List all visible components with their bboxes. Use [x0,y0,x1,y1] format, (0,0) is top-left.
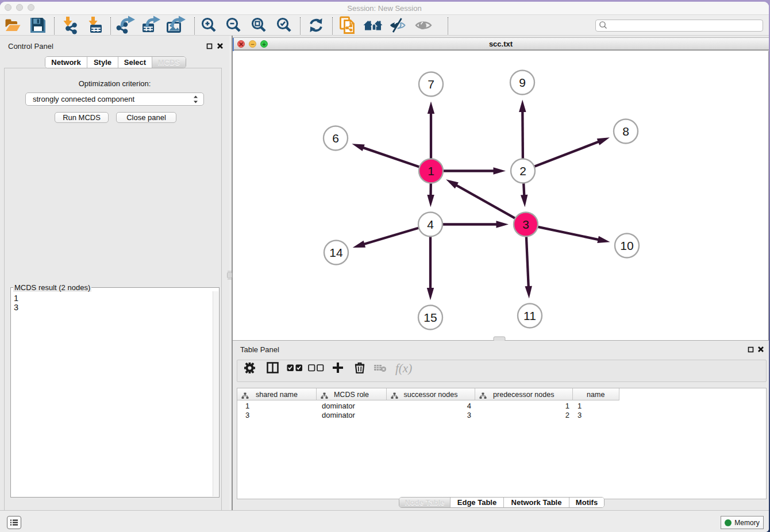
svg-text:14: 14 [329,246,343,259]
svg-text:7: 7 [428,78,434,91]
svg-text:6: 6 [332,132,339,145]
svg-text:15: 15 [424,311,437,324]
svg-text:3: 3 [522,218,529,231]
svg-text:1: 1 [428,164,434,178]
svg-text:9: 9 [519,76,526,89]
svg-text:4: 4 [427,218,434,231]
svg-text:8: 8 [622,125,629,138]
svg-text:10: 10 [620,239,633,252]
svg-text:11: 11 [523,309,536,322]
svg-text:2: 2 [519,164,526,178]
